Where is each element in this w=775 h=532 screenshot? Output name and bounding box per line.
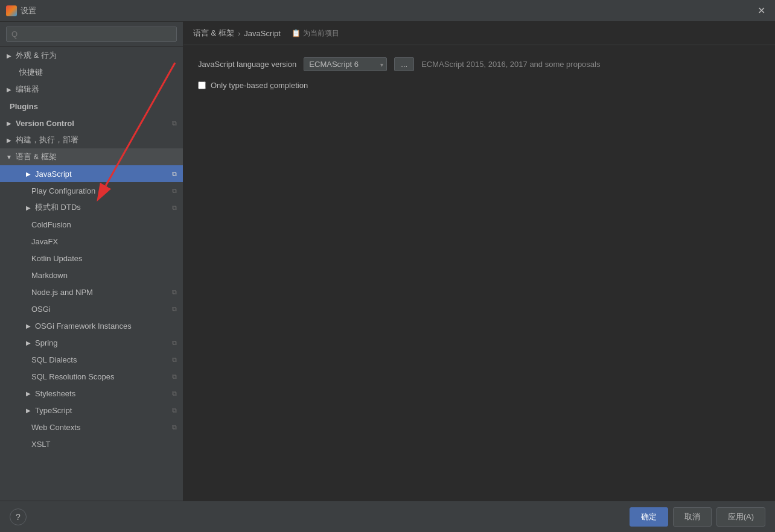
sidebar-item-label: OSGi: [31, 305, 170, 314]
sidebar-item-label: Play Configuration: [31, 186, 170, 195]
sidebar-item-javafx[interactable]: JavaFX: [0, 233, 183, 250]
title-bar: 设置 ✕: [0, 0, 775, 22]
window-title: 设置: [21, 5, 754, 16]
sidebar-item-label: ColdFusion: [31, 220, 177, 229]
lang-version-select-container: ECMAScript 5.1 ECMAScript 6 ECMAScript 2…: [304, 57, 387, 71]
sidebar-item-label: Spring: [35, 338, 170, 347]
copy-icon: ⧉: [172, 373, 177, 381]
sidebar-item-osgi-framework[interactable]: ▶ OSGi Framework Instances: [0, 317, 183, 334]
arrow-icon: ▶: [5, 51, 13, 60]
copy-icon: ⧉: [172, 119, 177, 127]
sidebar-item-plugins[interactable]: Plugins: [0, 98, 183, 115]
copy-icon: ⧉: [172, 204, 177, 212]
sidebar: ▶ 外观 & 行为 快捷键 ▶ 编辑器 Plugins ▶ Version Co…: [0, 22, 183, 501]
sidebar-item-stylesheets[interactable]: ▶ Stylesheets ⧉: [0, 385, 183, 402]
main-layout: ▶ 外观 & 行为 快捷键 ▶ 编辑器 Plugins ▶ Version Co…: [0, 22, 775, 501]
sidebar-item-nodejs[interactable]: Node.js and NPM ⧉: [0, 283, 183, 300]
confirm-button[interactable]: 确定: [630, 507, 668, 527]
copy-icon: ⧉: [172, 423, 177, 431]
arrow-icon: ▼: [5, 153, 13, 161]
breadcrumb-badge: 📋 为当前项目: [292, 28, 339, 39]
sidebar-item-label: JavaFX: [31, 237, 177, 246]
copy-icon: ⧉: [172, 305, 177, 313]
sidebar-item-label: 编辑器: [16, 84, 177, 95]
arrow-icon: ▶: [24, 338, 33, 347]
sidebar-item-appearance[interactable]: ▶ 外观 & 行为: [0, 47, 183, 64]
copy-icon: ⧉: [172, 339, 177, 347]
breadcrumb: 语言 & 框架 › JavaScript 📋 为当前项目: [183, 22, 775, 45]
sidebar-item-label: OSGi Framework Instances: [35, 321, 177, 331]
app-icon: [6, 5, 17, 16]
sidebar-item-label: JavaScript: [35, 169, 170, 179]
sidebar-item-xslt[interactable]: XSLT: [0, 435, 183, 452]
arrow-icon: ▶: [24, 169, 33, 178]
copy-icon: ⧉: [172, 390, 177, 397]
sidebar-item-javascript[interactable]: ▶ JavaScript ⧉: [0, 165, 183, 182]
help-button[interactable]: ?: [10, 508, 27, 525]
sidebar-item-label: Kotlin Updates: [31, 254, 177, 263]
sidebar-item-kotlin-updates[interactable]: Kotlin Updates: [0, 250, 183, 267]
breadcrumb-parent[interactable]: 语言 & 框架: [193, 28, 234, 39]
more-button[interactable]: ...: [394, 57, 414, 71]
lang-version-select[interactable]: ECMAScript 5.1 ECMAScript 6 ECMAScript 2…: [304, 57, 387, 71]
sidebar-item-label: Web Contexts: [31, 423, 170, 432]
badge-icon: 📋: [292, 29, 301, 37]
sidebar-item-label: Node.js and NPM: [31, 288, 170, 297]
sidebar-item-coldfusion[interactable]: ColdFusion: [0, 216, 183, 233]
type-based-completion-checkbox[interactable]: [198, 81, 206, 89]
sidebar-item-label: 外观 & 行为: [16, 50, 177, 61]
sidebar-item-sql-dialects[interactable]: SQL Dialects ⧉: [0, 351, 183, 368]
sidebar-item-typescript[interactable]: ▶ TypeScript ⧉: [0, 402, 183, 419]
sidebar-item-lang-framework[interactable]: ▼ 语言 & 框架: [0, 148, 183, 165]
sidebar-item-spring[interactable]: ▶ Spring ⧉: [0, 334, 183, 351]
lang-version-label: JavaScript language version: [198, 60, 296, 69]
arrow-icon: ▶: [24, 389, 33, 397]
lang-version-row: JavaScript language version ECMAScript 5…: [198, 57, 761, 71]
sidebar-item-osgi[interactable]: OSGi ⧉: [0, 300, 183, 317]
arrow-icon: ▶: [5, 85, 13, 93]
breadcrumb-current: JavaScript: [244, 29, 281, 38]
copy-icon: ⧉: [172, 288, 177, 296]
sidebar-item-label: 模式和 DTDs: [35, 202, 170, 213]
sidebar-item-label: Markdown: [31, 271, 177, 280]
type-based-completion-label[interactable]: Only type-based completion: [211, 81, 308, 90]
sidebar-item-shortcuts[interactable]: 快捷键: [0, 64, 183, 81]
cancel-button[interactable]: 取消: [673, 507, 712, 527]
close-button[interactable]: ✕: [754, 5, 769, 16]
sidebar-item-label: TypeScript: [35, 406, 170, 415]
sidebar-item-editor[interactable]: ▶ 编辑器: [0, 81, 183, 98]
arrow-icon: ▶: [5, 136, 13, 144]
badge-text: 为当前项目: [303, 28, 339, 39]
sidebar-item-label: 语言 & 框架: [16, 151, 177, 162]
sidebar-item-build[interactable]: ▶ 构建，执行，部署: [0, 131, 183, 148]
search-box: [0, 22, 183, 47]
sidebar-item-label: SQL Resolution Scopes: [31, 372, 170, 381]
arrow-icon: ▶: [24, 321, 33, 330]
sidebar-item-web-contexts[interactable]: Web Contexts ⧉: [0, 419, 183, 435]
arrow-icon: ▶: [5, 119, 13, 127]
sidebar-item-templates-dtd[interactable]: ▶ 模式和 DTDs ⧉: [0, 199, 183, 216]
sidebar-item-label: Stylesheets: [35, 389, 170, 398]
sidebar-item-label: 快捷键: [19, 67, 177, 78]
sidebar-item-label: Version Control: [16, 119, 170, 128]
search-input[interactable]: [6, 27, 177, 42]
bottom-bar: ? 确定 取消 应用(A): [0, 501, 775, 532]
content-area: 语言 & 框架 › JavaScript 📋 为当前项目 JavaScript …: [183, 22, 775, 501]
copy-icon: ⧉: [172, 356, 177, 364]
sidebar-item-markdown[interactable]: Markdown: [0, 267, 183, 283]
sidebar-item-play-config[interactable]: Play Configuration ⧉: [0, 182, 183, 199]
apply-button[interactable]: 应用(A): [716, 507, 765, 527]
sidebar-item-label: Plugins: [10, 102, 177, 111]
content-panel: JavaScript language version ECMAScript 5…: [183, 45, 775, 501]
arrow-icon: ▶: [24, 203, 33, 212]
sidebar-item-version-control[interactable]: ▶ Version Control ⧉: [0, 115, 183, 131]
sidebar-item-sql-resolution[interactable]: SQL Resolution Scopes ⧉: [0, 368, 183, 385]
type-based-completion-row: Only type-based completion: [198, 81, 761, 90]
arrow-icon: ▶: [24, 406, 33, 414]
copy-icon: ⧉: [172, 407, 177, 414]
breadcrumb-separator: ›: [238, 29, 240, 38]
copy-icon: ⧉: [172, 187, 177, 195]
sidebar-item-label: XSLT: [31, 440, 177, 449]
copy-icon: ⧉: [172, 170, 177, 178]
version-description: ECMAScript 2015, 2016, 2017 and some pro…: [421, 60, 600, 69]
